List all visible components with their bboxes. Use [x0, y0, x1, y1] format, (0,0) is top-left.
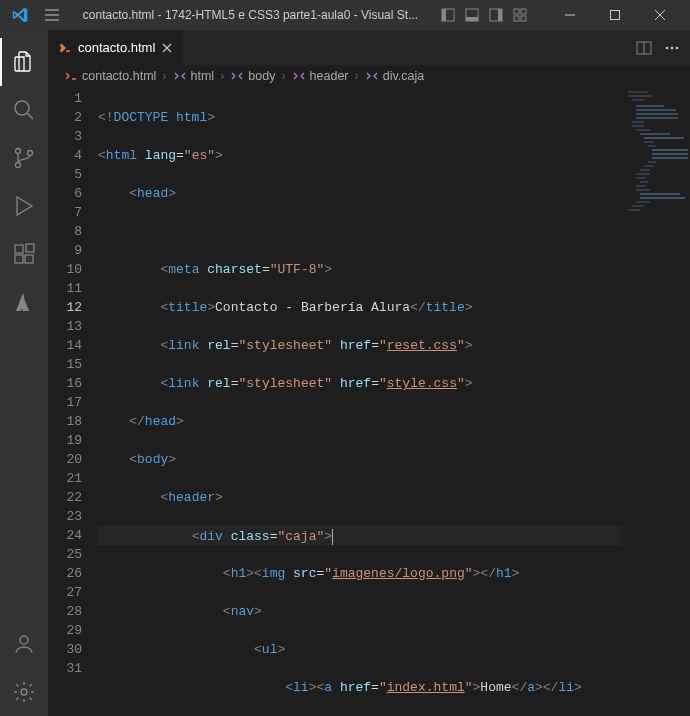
svg-point-23 — [671, 46, 674, 49]
search-icon[interactable] — [0, 86, 48, 134]
svg-point-12 — [16, 149, 21, 154]
svg-rect-6 — [514, 9, 519, 14]
svg-point-22 — [666, 46, 669, 49]
chevron-right-icon: › — [218, 69, 226, 83]
extensions-icon[interactable] — [0, 230, 48, 278]
svg-rect-15 — [15, 245, 23, 253]
close-button[interactable] — [637, 0, 682, 30]
svg-rect-5 — [498, 9, 502, 21]
breadcrumb-header[interactable]: header — [310, 69, 349, 83]
layout-panel-left-icon[interactable] — [437, 4, 459, 26]
code-content[interactable]: <!DOCTYPE html> <html lang="es"> <head> … — [98, 87, 690, 716]
svg-point-19 — [20, 636, 28, 644]
explorer-icon[interactable] — [0, 38, 48, 86]
activity-bar — [0, 30, 48, 716]
menu-icon[interactable] — [40, 7, 64, 23]
atlassian-icon[interactable] — [0, 278, 48, 326]
svg-rect-9 — [521, 16, 526, 21]
layout-panel-right-icon[interactable] — [485, 4, 507, 26]
maximize-button[interactable] — [592, 0, 637, 30]
breadcrumb-file[interactable]: contacto.html — [82, 69, 156, 83]
tab-contacto[interactable]: contacto.html — [48, 30, 184, 65]
chevron-right-icon: › — [353, 69, 361, 83]
breadcrumb-html[interactable]: html — [191, 69, 215, 83]
vscode-logo — [8, 7, 32, 23]
symbol-icon — [292, 69, 306, 83]
svg-point-11 — [15, 101, 29, 115]
editor-area: contacto.html contacto.html › html › — [48, 30, 690, 716]
minimize-button[interactable] — [547, 0, 592, 30]
window-title: contacto.html - 1742-HTML5 e CSS3 parte1… — [72, 8, 429, 22]
account-icon[interactable] — [0, 620, 48, 668]
breadcrumb-body[interactable]: body — [248, 69, 275, 83]
svg-rect-17 — [25, 255, 33, 263]
html-file-icon — [58, 41, 72, 55]
tab-actions — [626, 30, 690, 65]
line-number-gutter: 1234567891011121314151617181920212223242… — [48, 87, 98, 716]
minimap[interactable] — [620, 87, 690, 716]
svg-point-13 — [16, 163, 21, 168]
svg-point-20 — [21, 689, 27, 695]
svg-rect-18 — [26, 244, 34, 252]
editor-layout-icons — [437, 4, 531, 26]
svg-rect-3 — [466, 17, 478, 21]
more-actions-icon[interactable] — [664, 40, 680, 56]
symbol-icon — [365, 69, 379, 83]
settings-gear-icon[interactable] — [0, 668, 48, 716]
symbol-icon — [173, 69, 187, 83]
run-debug-icon[interactable] — [0, 182, 48, 230]
chevron-right-icon: › — [160, 69, 168, 83]
window-controls — [547, 0, 682, 30]
titlebar: contacto.html - 1742-HTML5 e CSS3 parte1… — [0, 0, 690, 30]
symbol-icon — [230, 69, 244, 83]
editor-body[interactable]: 1234567891011121314151617181920212223242… — [48, 87, 690, 716]
svg-rect-10 — [610, 11, 619, 20]
layout-panel-bottom-icon[interactable] — [461, 4, 483, 26]
breadcrumb-div[interactable]: div.caja — [383, 69, 424, 83]
tab-label: contacto.html — [78, 40, 155, 55]
svg-rect-1 — [442, 9, 446, 21]
tab-close-icon[interactable] — [161, 42, 173, 54]
breadcrumbs[interactable]: contacto.html › html › body › header › d… — [48, 65, 690, 87]
svg-point-14 — [28, 151, 33, 156]
split-editor-icon[interactable] — [636, 40, 652, 56]
layout-customize-icon[interactable] — [509, 4, 531, 26]
svg-point-24 — [676, 46, 679, 49]
svg-rect-8 — [514, 16, 519, 21]
chevron-right-icon: › — [279, 69, 287, 83]
svg-rect-7 — [521, 9, 526, 14]
text-cursor — [332, 529, 333, 545]
source-control-icon[interactable] — [0, 134, 48, 182]
tabs-bar: contacto.html — [48, 30, 690, 65]
svg-rect-16 — [15, 255, 23, 263]
html-file-icon — [64, 69, 78, 83]
